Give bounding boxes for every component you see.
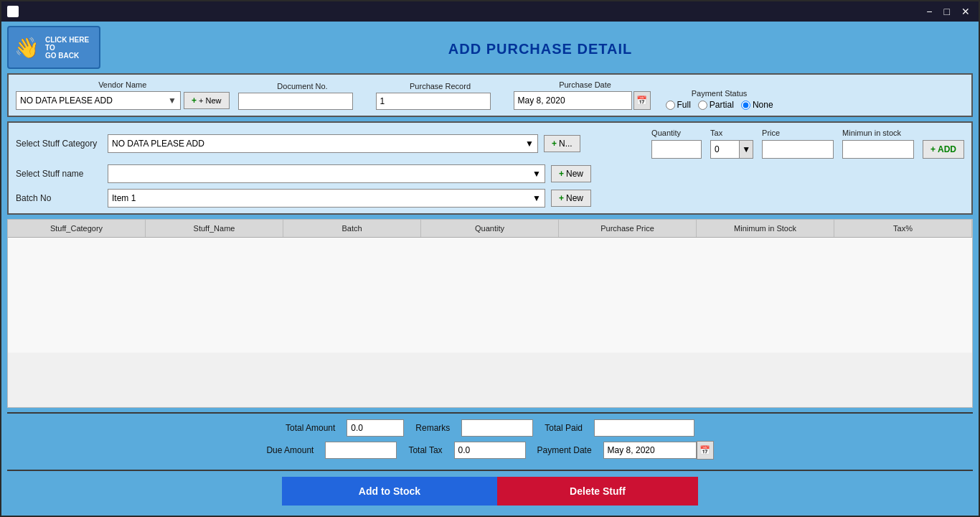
due-amount-label: Due Amount [266, 445, 314, 455]
back-button[interactable]: 👋 CLICK HERE TO GO BACK [7, 26, 100, 69]
purchase-date-label: Purchase Date [514, 80, 657, 89]
total-tax-input[interactable] [454, 442, 526, 459]
tax-label: Tax [710, 129, 753, 137]
stuff-name-dropdown[interactable]: ▼ [108, 164, 545, 183]
purchase-date-input[interactable] [514, 91, 632, 110]
page-title: ADD PURCHASE DETAIL [108, 35, 973, 60]
quantity-field: Quantity [651, 129, 702, 159]
price-label: Price [762, 129, 834, 137]
titlebar: − □ ✕ [1, 1, 979, 22]
back-icon: 👋 [14, 36, 39, 60]
delete-stuff-button[interactable]: Delete Stuff [497, 477, 698, 506]
main-window: − □ ✕ 👋 CLICK HERE TO GO BACK ADD PURCHA… [0, 0, 980, 517]
minimum-stock-field: Minimun in stock 35 [842, 129, 914, 159]
total-amount-input[interactable] [347, 419, 404, 437]
table-body [8, 238, 972, 353]
purchase-record-input[interactable] [376, 93, 491, 110]
due-amount-input[interactable] [325, 442, 397, 459]
minimum-stock-label: Minimun in stock [842, 129, 914, 137]
col-stuff-category: Stuff_Category [8, 220, 146, 237]
payment-calendar-icon: 📅 [699, 445, 710, 455]
vendor-value: NO DATA PLEASE ADD [20, 96, 113, 106]
col-minimum-stock: Minimum in Stock [697, 220, 834, 237]
stuff-category-arrow: ▼ [525, 139, 534, 149]
purchase-date-calendar-button[interactable]: 📅 [633, 91, 651, 110]
col-batch: Batch [283, 220, 421, 237]
main-area: 👋 CLICK HERE TO GO BACK ADD PURCHASE DET… [1, 22, 979, 516]
tax-input[interactable] [710, 140, 739, 159]
batch-no-dropdown[interactable]: Item 1 ▼ [108, 189, 545, 208]
stuff-category-new-button[interactable]: + N... [544, 135, 580, 152]
batch-no-value: Item 1 [112, 193, 136, 203]
stuff-category-value: NO DATA PLEASE ADD [112, 139, 204, 149]
bottom-bar: Total Amount Remarks Total Paid Due Amou… [7, 412, 973, 465]
purchase-record-group: Purchase Record [376, 82, 505, 110]
back-text: CLICK HERE TO GO BACK [45, 36, 93, 60]
purchase-date-group: Purchase Date 📅 [514, 80, 657, 110]
add-button[interactable]: + ADD [923, 140, 964, 159]
close-button[interactable]: ✕ [958, 6, 973, 17]
action-buttons: Add to Stock Delete Stuff [7, 470, 973, 511]
stuff-category-dropdown[interactable]: NO DATA PLEASE ADD ▼ [108, 134, 538, 153]
stuff-name-arrow: ▼ [532, 169, 541, 179]
total-paid-label: Total Paid [545, 423, 583, 433]
maximize-button[interactable]: □ [941, 6, 953, 17]
tax-dropdown-arrow[interactable]: ▼ [739, 140, 753, 159]
total-tax-label: Total Tax [408, 445, 442, 455]
stuff-name-label: Select Stuff name [16, 169, 102, 179]
batch-no-label: Batch No [16, 193, 102, 203]
remarks-label: Remarks [415, 423, 450, 433]
payment-status-label: Payment Status [666, 89, 773, 98]
items-table: Stuff_Category Stuff_Name Batch Quantity… [7, 219, 973, 408]
tax-field: Tax ▼ [710, 129, 753, 159]
add-to-stock-button[interactable]: Add to Stock [282, 477, 497, 506]
payment-status-group: Payment Status Full Partial None [666, 89, 773, 110]
total-amount-label: Total Amount [286, 423, 335, 433]
payment-date-input[interactable] [603, 442, 697, 459]
minimize-button[interactable]: − [923, 6, 935, 17]
calendar-icon: 📅 [636, 96, 647, 106]
batch-no-arrow: ▼ [532, 193, 541, 203]
remarks-input[interactable] [461, 419, 533, 437]
price-input[interactable] [762, 140, 834, 159]
col-quantity: Quantity [421, 220, 559, 237]
price-field: Price [762, 129, 834, 159]
payment-date-calendar-button[interactable]: 📅 [697, 441, 714, 460]
quantity-input[interactable] [651, 140, 702, 159]
window-controls: − □ ✕ [923, 6, 973, 17]
vendor-dropdown[interactable]: NO DATA PLEASE ADD ▼ [16, 91, 181, 110]
document-no-group: Document No. [238, 82, 367, 110]
total-paid-input[interactable] [594, 419, 694, 437]
payment-partial-radio[interactable]: Partial [698, 100, 734, 110]
document-no-input[interactable] [238, 93, 353, 110]
col-tax: Tax% [834, 220, 972, 237]
vendor-group: Vendor Name NO DATA PLEASE ADD ▼ + + New [16, 80, 230, 110]
batch-no-new-button[interactable]: + New [551, 190, 591, 207]
quantity-label: Quantity [651, 129, 702, 137]
stuff-category-label: Select Stuff Category [16, 139, 102, 149]
stuff-name-new-button[interactable]: + New [551, 165, 591, 182]
vendor-label: Vendor Name [16, 80, 230, 89]
stuff-selection-panel: Select Stuff Category NO DATA PLEASE ADD… [7, 121, 973, 215]
header-form: Vendor Name NO DATA PLEASE ADD ▼ + + New [7, 73, 973, 117]
purchase-record-label: Purchase Record [376, 82, 505, 90]
col-purchase-price: Purchase Price [559, 220, 697, 237]
vendor-dropdown-arrow: ▼ [168, 96, 176, 106]
app-icon [7, 6, 19, 17]
minimum-stock-input[interactable]: 35 [842, 140, 914, 159]
payment-none-radio[interactable]: None [741, 100, 773, 110]
vendor-new-button[interactable]: + + New [184, 92, 230, 109]
payment-date-label: Payment Date [537, 445, 592, 455]
document-no-label: Document No. [238, 82, 367, 90]
payment-full-radio[interactable]: Full [666, 100, 691, 110]
table-header: Stuff_Category Stuff_Name Batch Quantity… [8, 220, 972, 238]
col-stuff-name: Stuff_Name [146, 220, 283, 237]
